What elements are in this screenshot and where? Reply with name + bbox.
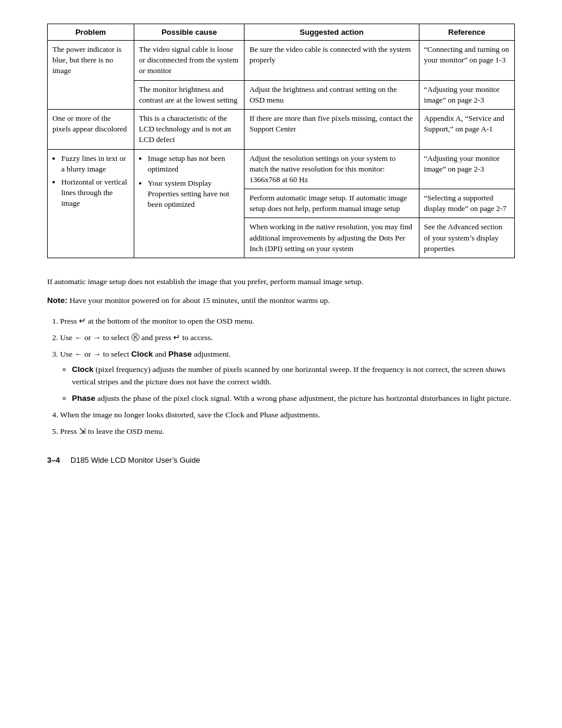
reference-cell-3b: “Selecting a supported display mode” on …	[419, 189, 514, 218]
reference-cell-2: Appendix A, “Service and Support,” on pa…	[419, 109, 514, 149]
action-cell-2: If there are more than five pixels missi…	[244, 109, 419, 149]
phase-term: Phase	[168, 350, 192, 358]
list-item: Horizontal or vertical lines through the…	[61, 177, 129, 209]
action-cell-3c: When working in the native resolution, y…	[244, 218, 419, 258]
table-row: The power indicator is blue, but there i…	[48, 41, 515, 81]
page-content: Problem Possible cause Suggested action …	[47, 24, 515, 465]
problem-cell-1: The power indicator is blue, but there i…	[48, 41, 134, 110]
phase-bullet: Phase adjusts the phase of the pixel clo…	[72, 393, 515, 404]
step-3-bullets: Clock (pixel frequency) adjusts the numb…	[60, 364, 515, 404]
list-item: Fuzzy lines in text or a blurry image	[61, 153, 129, 174]
clock-term: Clock	[131, 350, 153, 358]
step-2-text: Use ← or → to select Ⓚ and press ↵ to ac…	[60, 333, 213, 342]
note-content: Have your monitor powered on for about 1…	[68, 296, 330, 305]
problem-bullets: Fuzzy lines in text or a blurry image Ho…	[52, 153, 129, 209]
clock-bullet: Clock (pixel frequency) adjusts the numb…	[72, 364, 515, 388]
step-3-text: Use ← or → to select Clock and Phase adj…	[60, 350, 231, 358]
step-4: When the image no longer looks distorted…	[60, 409, 515, 421]
col-header-action: Suggested action	[244, 24, 419, 41]
troubleshoot-table: Problem Possible cause Suggested action …	[47, 24, 515, 258]
reference-cell-3c: See the Advanced section of your system’…	[419, 218, 514, 258]
problem-cell-3: Fuzzy lines in text or a blurry image Ho…	[48, 149, 134, 258]
list-item: Image setup has not been optimized	[148, 153, 240, 174]
action-cell-1b: Adjust the brightness and contrast setti…	[244, 80, 419, 109]
reference-cell-1b: “Adjusting your monitor image” on page 2…	[419, 80, 514, 109]
step-4-text: When the image no longer looks distorted…	[60, 410, 320, 419]
cause-bullets: Image setup has not been optimized Your …	[139, 153, 240, 210]
table-row: One or more of the pixels appear discolo…	[48, 109, 515, 149]
clock-label: Clock	[72, 365, 94, 374]
action-cell-3a: Adjust the resolution settings on your s…	[244, 149, 419, 189]
step-2: Use ← or → to select Ⓚ and press ↵ to ac…	[60, 332, 515, 344]
intro-paragraph: If automatic image setup does not establ…	[47, 276, 515, 288]
steps-list: Press ↵ at the bottom of the monitor to …	[47, 315, 515, 438]
step-1: Press ↵ at the bottom of the monitor to …	[60, 315, 515, 327]
phase-desc: adjusts the phase of the pixel clock sig…	[95, 394, 511, 403]
list-item: Your system Display Properties setting h…	[148, 178, 240, 210]
page-number: 3–4	[47, 456, 60, 465]
reference-cell-3a: “Adjusting your monitor image” on page 2…	[419, 149, 514, 189]
step-1-text: Press ↵ at the bottom of the monitor to …	[60, 317, 254, 325]
footer-title: D185 Wide LCD Monitor User’s Guide	[71, 456, 200, 465]
clock-desc: (pixel frequency) adjusts the number of …	[72, 365, 505, 386]
footer: 3–4 D185 Wide LCD Monitor User’s Guide	[47, 456, 515, 465]
cause-cell-1a: The video signal cable is loose or disco…	[134, 41, 244, 81]
reference-cell-1a: “Connecting and turning on your monitor”…	[419, 41, 514, 81]
action-cell-3b: Perform automatic image setup. If automa…	[244, 189, 419, 218]
cause-cell-1b: The monitor brightness and contrast are …	[134, 80, 244, 109]
cause-cell-2: This is a characteristic of the LCD tech…	[134, 109, 244, 149]
col-header-reference: Reference	[419, 24, 514, 41]
action-cell-1a: Be sure the video cable is connected wit…	[244, 41, 419, 81]
table-row: Fuzzy lines in text or a blurry image Ho…	[48, 149, 515, 189]
step-5: Press ⇲ to leave the OSD menu.	[60, 426, 515, 437]
note-label: Note:	[47, 296, 68, 305]
phase-label: Phase	[72, 394, 95, 403]
col-header-cause: Possible cause	[134, 24, 244, 41]
col-header-problem: Problem	[48, 24, 134, 41]
problem-cell-2: One or more of the pixels appear discolo…	[48, 109, 134, 149]
cause-cell-3: Image setup has not been optimized Your …	[134, 149, 244, 258]
note-paragraph: Note: Have your monitor powered on for a…	[47, 295, 515, 307]
step-5-text: Press ⇲ to leave the OSD menu.	[60, 427, 164, 436]
step-3: Use ← or → to select Clock and Phase adj…	[60, 348, 515, 404]
